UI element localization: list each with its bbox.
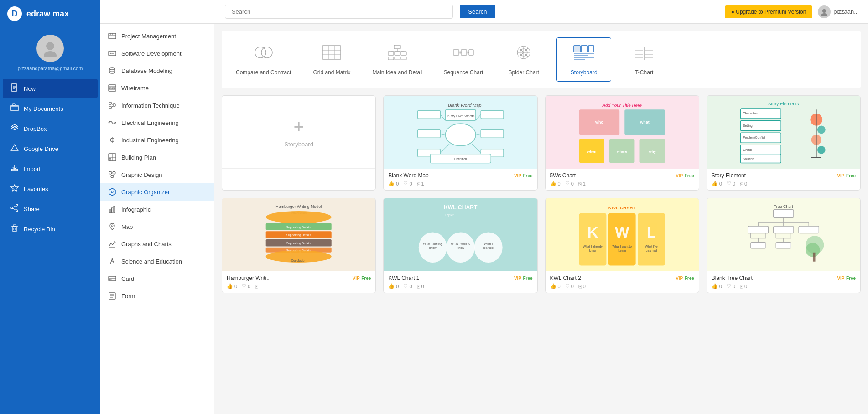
nav-item-google-drive[interactable]: Google Drive [3,139,98,158]
storyboard-type-icon [572,43,595,66]
type-card-compare-and-contract[interactable]: Compare and Contract [228,37,299,82]
upgrade-button[interactable]: ● Upgrade to Premium Version [725,5,813,18]
information-technique-label: Information Technique [121,102,180,109]
svg-rect-104 [574,46,580,52]
template-card-story-element[interactable]: Story Elements Characters Setting Proble… [707,95,861,191]
svg-rect-6 [11,105,18,111]
svg-text:Learned: Learned [646,249,657,252]
graphic-organizer-icon [108,187,117,197]
cat-item-form[interactable]: Form [100,287,214,305]
category-sidebar: Project ManagementSoftware DevelopmentDa… [100,24,214,414]
svg-marker-59 [109,188,115,196]
svg-text:What I already: What I already [583,245,603,248]
search-input[interactable] [225,5,453,19]
hamburger-writing-likes: 👍 0 [227,283,237,289]
svg-rect-85 [388,52,394,55]
svg-line-131 [476,114,481,120]
template-card-5ws-chart[interactable]: Add Your Title Here who what when where … [545,95,699,191]
cat-item-software-development[interactable]: Software Development [100,45,214,62]
blank-tree-chart-likes: 👍 0 [712,283,722,289]
nav-item-new[interactable]: New [3,79,98,98]
type-card-sequence-chart[interactable]: Sequence Chart [436,37,491,82]
svg-point-14 [16,204,18,206]
cat-item-electrical-engineering[interactable]: Electrical Engineering [100,114,214,131]
nav-item-recycle-bin[interactable]: Recycle Bin [3,219,98,238]
cat-item-map[interactable]: Map [100,218,214,235]
map-label: Map [121,223,133,230]
cat-item-information-technique[interactable]: Information Technique [100,97,214,114]
svg-rect-210 [748,226,768,233]
svg-text:What I want to: What I want to [451,242,470,245]
type-card-spider-chart[interactable]: Spider Chart [496,37,551,82]
type-card-main-idea-and-detail[interactable]: Main Idea and Detail [364,37,430,82]
5ws-chart-stats: 👍 0 ♡ 0 ⎘ 1 [550,181,694,186]
cat-item-science-and-education[interactable]: Science and Education [100,253,214,270]
sequence-chart-type-label: Sequence Chart [443,69,483,76]
template-card-kwl-chart-1[interactable]: KWL CHART Topic: ___________ What I alre… [383,198,537,293]
type-card-storyboard[interactable]: Storyboard [556,37,611,82]
svg-text:know: know [589,249,597,252]
cat-item-graphic-design[interactable]: Graphic Design [100,166,214,183]
blank-tree-chart-footer: Blank Tree ChartVIP Free 👍 0 ♡ 0 ⎘ 0 [707,271,860,293]
database-modeling-icon [108,66,117,75]
template-card-hamburger-writing[interactable]: Hamburger Writing Model Introduction Sup… [222,198,376,293]
user-email: pizzaandparatha@gmail.com [18,66,83,71]
svg-rect-222 [776,243,791,248]
svg-rect-211 [774,226,794,233]
svg-point-123 [445,124,475,146]
svg-text:Solution: Solution [743,157,754,160]
kwl-chart-2-preview: KWL CHART K W L What I already know What… [546,198,699,271]
nav-item-dropbox[interactable]: DropBox [3,119,98,138]
nav-label-import: Import [24,166,41,172]
svg-rect-78 [322,46,341,59]
type-card-grid-and-matrix[interactable]: Grid and Matrix [304,37,359,82]
nav-label-favorites: Favorites [24,186,48,192]
svg-text:Characters: Characters [743,112,758,115]
svg-point-15 [11,207,13,209]
template-card-kwl-chart-2[interactable]: KWL CHART K W L What I already know What… [545,198,699,293]
svg-line-135 [472,144,481,153]
template-card-blank-storyboard[interactable]: +Storyboard [222,95,376,191]
hamburger-writing-badges: VIP Free [353,275,371,281]
cat-item-graphs-and-charts[interactable]: Graphs and Charts [100,235,214,253]
cat-item-wireframe[interactable]: Wireframe [100,79,214,97]
svg-text:KWL CHART: KWL CHART [444,204,478,211]
svg-text:Tree Chart: Tree Chart [774,204,794,209]
template-types-row: Compare and ContractGrid and MatrixMain … [222,31,861,88]
template-card-blank-word-map[interactable]: Blank Word Map In My Own Words Definitio… [383,95,537,191]
cat-item-card[interactable]: Card [100,270,214,287]
svg-text:K: K [587,224,598,241]
search-button[interactable]: Search [460,5,495,18]
nav-item-share[interactable]: Share [3,199,98,218]
svg-rect-61 [109,210,111,213]
kwl-chart-2-hearts: ♡ 0 [565,283,574,289]
nav-label-share: Share [24,206,40,212]
svg-line-18 [13,208,16,210]
svg-point-168 [266,211,332,223]
svg-rect-204 [774,210,794,218]
cat-item-graphic-organizer[interactable]: Graphic Organizer [100,183,214,201]
cat-item-project-management[interactable]: Project Management [100,27,214,45]
svg-point-47 [112,140,113,141]
cat-item-building-plan[interactable]: Building Plan [100,149,214,166]
card-icon [108,274,117,283]
science-and-education-label: Science and Education [121,258,182,265]
nav-item-favorites[interactable]: Favorites [3,179,98,198]
project-management-icon [108,31,117,41]
user-profile[interactable]: pizzaan... [818,5,859,18]
main-idea-and-detail-type-label: Main Idea and Detail [372,69,422,76]
graphs-and-charts-icon [108,239,117,248]
cat-item-industrial-engineering[interactable]: Industrial Engineering [100,131,214,149]
story-element-footer: Story ElementVIP Free 👍 0 ♡ 0 ⎘ 0 [707,169,860,190]
cat-item-database-modeling[interactable]: Database Modeling [100,62,214,79]
type-card-t-chart[interactable]: T-Chart [617,37,671,82]
nav-item-my-documents[interactable]: My Documents [3,99,98,118]
nav-item-import[interactable]: Import [3,159,98,178]
kwl-chart-1-name: KWL Chart 1 [388,275,419,281]
cat-item-infographic[interactable]: Infographic [100,201,214,218]
5ws-chart-hearts: ♡ 0 [565,181,574,186]
svg-point-1 [44,51,57,57]
template-card-blank-tree-chart[interactable]: Tree Chart [707,198,861,293]
kwl-chart-2-footer: KWL Chart 2VIP Free 👍 0 ♡ 0 ⎘ 0 [546,271,699,293]
svg-point-24 [822,9,826,13]
